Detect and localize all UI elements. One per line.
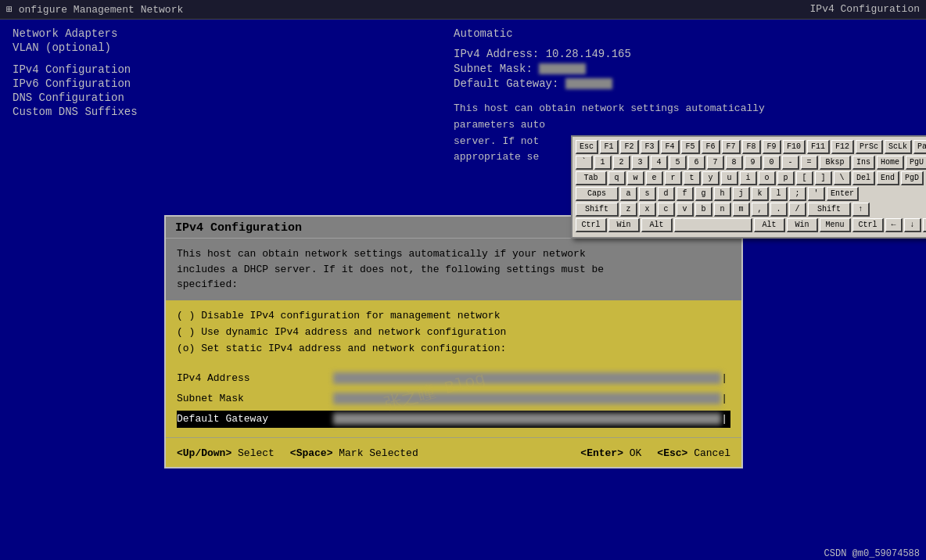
key-minus[interactable]: - <box>782 156 799 170</box>
key-i[interactable]: i <box>740 171 757 185</box>
key-lshift[interactable]: Shift <box>576 203 619 217</box>
key-j[interactable]: j <box>733 187 750 201</box>
key-0[interactable]: 0 <box>763 156 781 170</box>
key-rbracket[interactable]: ] <box>815 171 832 185</box>
option-disable[interactable]: ( ) Disable IPv4 configuration for manag… <box>177 310 730 321</box>
key-z[interactable]: z <box>620 203 637 217</box>
key-f3[interactable]: F3 <box>641 140 659 154</box>
key-del[interactable]: Del <box>852 171 875 185</box>
sidebar-item-ipv4[interactable]: IPv4 Configuration <box>13 63 138 76</box>
sidebar-item-vlan[interactable]: VLAN (optional) <box>13 41 138 54</box>
key-prsc[interactable]: PrSc <box>856 140 883 154</box>
key-u[interactable]: u <box>721 171 738 185</box>
key-rshift[interactable]: Shift <box>808 203 851 217</box>
key-f2[interactable]: F2 <box>620 140 639 154</box>
sidebar-item-network-adapters[interactable]: Network Adapters <box>13 27 138 40</box>
key-b[interactable]: b <box>695 203 712 217</box>
key-f5[interactable]: F5 <box>681 140 700 154</box>
key-down-arrow[interactable]: ↓ <box>904 218 921 232</box>
key-n[interactable]: n <box>714 203 731 217</box>
key-equals[interactable]: = <box>801 156 818 170</box>
key-f7[interactable]: F7 <box>722 140 741 154</box>
key-f8[interactable]: F8 <box>742 140 761 154</box>
key-ralt[interactable]: Alt <box>754 218 785 232</box>
key-backtick[interactable]: ` <box>576 156 593 170</box>
key-1[interactable]: 1 <box>594 156 612 170</box>
key-4[interactable]: 4 <box>651 156 668 170</box>
key-t[interactable]: t <box>684 171 701 185</box>
key-pau[interactable]: Pau <box>913 140 926 154</box>
key-o[interactable]: o <box>759 171 776 185</box>
key-up-arrow[interactable]: ↑ <box>852 203 870 217</box>
sidebar-item-dns[interactable]: DNS Configuration <box>13 92 138 104</box>
key-e[interactable]: e <box>646 171 663 185</box>
key-k[interactable]: k <box>752 187 769 201</box>
key-w[interactable]: w <box>627 171 644 185</box>
key-menu[interactable]: Menu <box>820 218 851 232</box>
key-enter[interactable]: Enter <box>827 187 859 201</box>
key-9[interactable]: 9 <box>745 156 762 170</box>
key-l[interactable]: l <box>770 187 788 201</box>
key-caps[interactable]: Caps <box>576 187 619 201</box>
field-row-gateway[interactable]: Default Gateway | <box>177 411 730 428</box>
key-h[interactable]: h <box>714 187 731 201</box>
key-right-arrow[interactable]: → <box>923 218 926 232</box>
key-comma[interactable]: , <box>752 203 769 217</box>
key-left-arrow[interactable]: ← <box>885 218 903 232</box>
key-m[interactable]: m <box>733 203 750 217</box>
field-row-ipv4[interactable]: IPv4 Address | <box>177 370 730 387</box>
footer-enter-key[interactable]: <Enter> OK <box>580 447 641 459</box>
key-esc[interactable]: Esc <box>576 140 598 154</box>
key-rctrl[interactable]: Ctrl <box>852 218 884 232</box>
key-lalt[interactable]: Alt <box>641 218 673 232</box>
key-lctrl[interactable]: Ctrl <box>576 218 607 232</box>
key-pgd[interactable]: PgD <box>901 171 924 185</box>
key-7[interactable]: 7 <box>707 156 724 170</box>
key-5[interactable]: 5 <box>669 156 687 170</box>
key-period[interactable]: . <box>770 203 788 217</box>
key-semicolon[interactable]: ; <box>789 187 806 201</box>
key-f11[interactable]: F11 <box>807 140 830 154</box>
key-slash[interactable]: / <box>789 203 806 217</box>
key-quote[interactable]: ' <box>808 187 825 201</box>
key-s[interactable]: s <box>639 187 656 201</box>
key-q[interactable]: q <box>608 171 626 185</box>
key-8[interactable]: 8 <box>726 156 743 170</box>
key-x[interactable]: x <box>639 203 656 217</box>
key-ins[interactable]: Ins <box>852 156 875 170</box>
on-screen-keyboard[interactable]: Esc F1 F2 F3 F4 F5 F6 F7 F8 F9 F10 F11 F… <box>571 135 926 239</box>
key-f1[interactable]: F1 <box>600 140 619 154</box>
key-6[interactable]: 6 <box>688 156 705 170</box>
key-f[interactable]: f <box>677 187 694 201</box>
key-y[interactable]: y <box>702 171 720 185</box>
key-d[interactable]: d <box>658 187 675 201</box>
key-space[interactable] <box>674 218 752 232</box>
sidebar-item-ipv6[interactable]: IPv6 Configuration <box>13 77 138 90</box>
key-r[interactable]: r <box>665 171 682 185</box>
key-home[interactable]: Home <box>877 156 904 170</box>
key-tab[interactable]: Tab <box>576 171 607 185</box>
key-f4[interactable]: F4 <box>661 140 680 154</box>
key-lwin[interactable]: Win <box>608 218 640 232</box>
key-f9[interactable]: F9 <box>763 140 781 154</box>
key-f6[interactable]: F6 <box>702 140 720 154</box>
key-a[interactable]: a <box>620 187 637 201</box>
key-f12[interactable]: F12 <box>831 140 854 154</box>
key-3[interactable]: 3 <box>632 156 649 170</box>
field-row-subnet[interactable]: Subnet Mask | <box>177 390 730 407</box>
option-dynamic[interactable]: ( ) Use dynamic IPv4 address and network… <box>177 326 730 338</box>
footer-esc-key[interactable]: <Esc> Cancel <box>657 447 730 459</box>
key-sclk[interactable]: ScLk <box>885 140 912 154</box>
key-backslash[interactable]: \ <box>834 171 851 185</box>
sidebar-item-custom-dns[interactable]: Custom DNS Suffixes <box>13 106 138 118</box>
key-v[interactable]: v <box>677 203 694 217</box>
key-p[interactable]: p <box>777 171 795 185</box>
key-f10[interactable]: F10 <box>783 140 806 154</box>
key-lbracket[interactable]: [ <box>796 171 813 185</box>
key-2[interactable]: 2 <box>613 156 630 170</box>
key-g[interactable]: g <box>695 187 712 201</box>
key-rwin[interactable]: Win <box>787 218 818 232</box>
key-c[interactable]: c <box>658 203 675 217</box>
option-static[interactable]: (o) Set static IPv4 address and network … <box>177 343 730 354</box>
key-pgu[interactable]: PgU <box>906 156 926 170</box>
